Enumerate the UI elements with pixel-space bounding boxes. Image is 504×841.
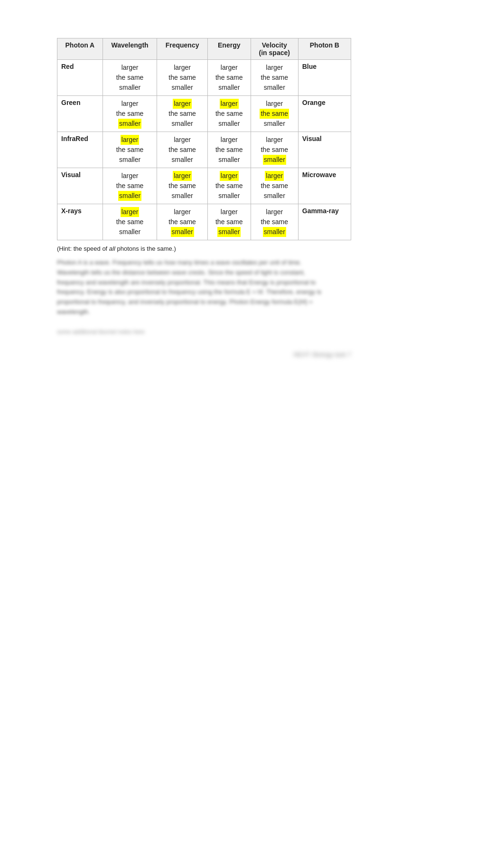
- option-larger: larger: [220, 99, 239, 109]
- option-smaller: smaller: [218, 83, 240, 93]
- option-the-same: the same: [261, 145, 288, 155]
- blurred-paragraph: Photon A is a wave. Frequency tells us h…: [57, 258, 332, 337]
- option-smaller: smaller: [263, 155, 286, 165]
- option-larger: larger: [266, 207, 283, 217]
- table-wrapper: Photon A Wavelength Frequency Energy Vel…: [57, 38, 447, 240]
- row-1-photon-b: Orange: [298, 96, 351, 132]
- option-larger: larger: [121, 63, 139, 73]
- header-energy: Energy: [207, 38, 251, 60]
- option-the-same: the same: [116, 145, 144, 155]
- option-the-same: the same: [261, 217, 288, 227]
- option-smaller: smaller: [172, 119, 193, 129]
- row-4-photon-b: Gamma-ray: [298, 204, 351, 240]
- hint-text: (Hint: the speed of all photons is the s…: [57, 245, 447, 252]
- option-smaller: smaller: [218, 119, 240, 129]
- option-larger: larger: [221, 63, 238, 73]
- option-larger: larger: [265, 171, 284, 181]
- option-smaller: smaller: [119, 83, 140, 93]
- header-photon-b: Photon B: [298, 38, 351, 60]
- option-larger: larger: [266, 135, 283, 145]
- row-1-energy: largerthe samesmaller: [207, 96, 251, 132]
- option-the-same: the same: [116, 109, 144, 119]
- option-larger: larger: [173, 99, 192, 109]
- option-larger: larger: [174, 207, 191, 217]
- row-4-velocity: largerthe samesmaller: [251, 204, 298, 240]
- option-smaller: smaller: [172, 191, 193, 201]
- option-the-same: the same: [168, 73, 196, 83]
- row-1-photon-a: Green: [57, 96, 103, 132]
- option-smaller: smaller: [264, 119, 285, 129]
- option-larger: larger: [266, 63, 283, 73]
- header-velocity: Velocity(in space): [251, 38, 298, 60]
- row-3-energy: largerthe samesmaller: [207, 168, 251, 204]
- row-2-photon-a: InfraRed: [57, 132, 103, 168]
- option-the-same: the same: [168, 109, 196, 119]
- option-smaller: smaller: [119, 155, 140, 165]
- option-larger: larger: [221, 207, 238, 217]
- option-smaller: smaller: [171, 227, 194, 237]
- option-the-same: the same: [215, 73, 243, 83]
- row-1-frequency: largerthe samesmaller: [157, 96, 207, 132]
- row-2-energy: largerthe samesmaller: [207, 132, 251, 168]
- option-the-same: the same: [116, 217, 144, 227]
- header-frequency: Frequency: [157, 38, 207, 60]
- row-0-energy: largerthe samesmaller: [207, 60, 251, 96]
- option-smaller: smaller: [264, 191, 285, 201]
- option-the-same: the same: [168, 181, 196, 191]
- option-larger: larger: [174, 63, 191, 73]
- row-3-wavelength: largerthe samesmaller: [103, 168, 157, 204]
- option-the-same: the same: [215, 109, 243, 119]
- option-larger: larger: [121, 135, 140, 145]
- row-2-frequency: largerthe samesmaller: [157, 132, 207, 168]
- option-larger: larger: [173, 171, 192, 181]
- option-smaller: smaller: [218, 191, 240, 201]
- option-larger: larger: [221, 135, 238, 145]
- row-4-wavelength: largerthe samesmaller: [103, 204, 157, 240]
- option-larger: larger: [121, 207, 140, 217]
- option-the-same: the same: [116, 73, 144, 83]
- row-2-wavelength: largerthe samesmaller: [103, 132, 157, 168]
- footer-text: NEXT: Biology task 7: [57, 351, 351, 358]
- option-smaller: smaller: [264, 83, 285, 93]
- option-smaller: smaller: [172, 83, 193, 93]
- row-3-photon-b: Microwave: [298, 168, 351, 204]
- option-larger: larger: [266, 99, 283, 109]
- row-0-frequency: largerthe samesmaller: [157, 60, 207, 96]
- row-4-frequency: largerthe samesmaller: [157, 204, 207, 240]
- option-the-same: the same: [215, 217, 243, 227]
- row-0-wavelength: largerthe samesmaller: [103, 60, 157, 96]
- option-the-same: the same: [168, 217, 196, 227]
- row-2-photon-b: Visual: [298, 132, 351, 168]
- row-0-velocity: largerthe samesmaller: [251, 60, 298, 96]
- option-the-same: the same: [168, 145, 196, 155]
- photon-comparison-table: Photon A Wavelength Frequency Energy Vel…: [57, 38, 351, 240]
- option-smaller: smaller: [172, 155, 193, 165]
- option-larger: larger: [121, 171, 139, 181]
- option-larger: larger: [121, 99, 139, 109]
- row-3-velocity: largerthe samesmaller: [251, 168, 298, 204]
- option-the-same: the same: [261, 181, 288, 191]
- row-3-photon-a: Visual: [57, 168, 103, 204]
- row-3-frequency: largerthe samesmaller: [157, 168, 207, 204]
- option-smaller: smaller: [119, 227, 140, 237]
- option-the-same: the same: [116, 181, 144, 191]
- option-the-same: the same: [215, 145, 243, 155]
- row-1-velocity: largerthe samesmaller: [251, 96, 298, 132]
- row-2-velocity: largerthe samesmaller: [251, 132, 298, 168]
- header-wavelength: Wavelength: [103, 38, 157, 60]
- option-the-same: the same: [215, 181, 243, 191]
- header-photon-a: Photon A: [57, 38, 103, 60]
- option-smaller: smaller: [118, 191, 141, 201]
- row-1-wavelength: largerthe samesmaller: [103, 96, 157, 132]
- row-4-photon-a: X-rays: [57, 204, 103, 240]
- option-larger: larger: [174, 135, 191, 145]
- option-smaller: smaller: [218, 155, 240, 165]
- option-the-same: the same: [260, 109, 289, 119]
- row-4-energy: largerthe samesmaller: [207, 204, 251, 240]
- option-smaller: smaller: [263, 227, 286, 237]
- option-smaller: smaller: [217, 227, 241, 237]
- option-smaller: smaller: [118, 119, 141, 129]
- row-0-photon-b: Blue: [298, 60, 351, 96]
- option-larger: larger: [220, 171, 239, 181]
- option-the-same: the same: [261, 73, 288, 83]
